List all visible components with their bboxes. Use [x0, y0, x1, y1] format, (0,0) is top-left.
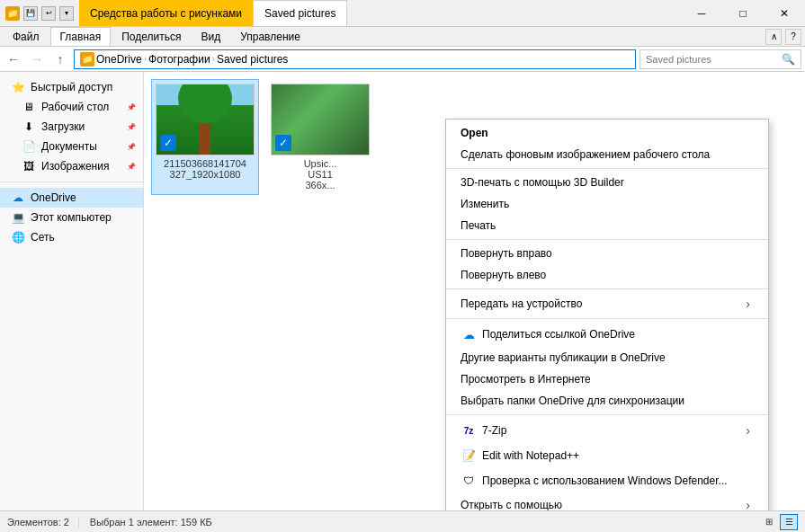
cm-item-defender[interactable]: 🛡 Проверка с использованием Windows Defe…: [446, 468, 768, 493]
cm-item-7zip[interactable]: 7z 7-Zip: [446, 418, 768, 443]
cm-item-edit[interactable]: Изменить: [446, 193, 768, 215]
folder-icon: 📁: [5, 6, 20, 21]
cm-sep-2: [446, 239, 768, 240]
ribbon-help-btn[interactable]: ?: [785, 29, 801, 45]
sidebar-label-thispc: Этот компьютер: [31, 211, 112, 224]
sidebar-item-documents[interactable]: 📄 Документы 📌: [0, 137, 143, 156]
cm-sep-1: [446, 168, 768, 169]
cm-label-rotate-right: Повернуть вправо: [461, 247, 552, 260]
back-button[interactable]: ←: [4, 49, 23, 69]
up-button[interactable]: ↑: [50, 49, 70, 69]
cm-item-rotate-right[interactable]: Повернуть вправо: [446, 243, 768, 264]
tab-window-name[interactable]: Saved pictures: [253, 0, 347, 26]
ribbon-tab-view[interactable]: Вид: [192, 27, 229, 46]
cm-item-open[interactable]: Open: [446, 122, 768, 144]
file-item-1[interactable]: ✓ 211503668141704327_1920x1080: [151, 79, 259, 195]
cm-item-set-wallpaper[interactable]: Сделать фоновым изображением рабочего ст…: [446, 144, 768, 165]
cm-item-select-folders[interactable]: Выбрать папки OneDrive для синхронизации: [446, 390, 768, 412]
cm-item-notepad[interactable]: 📝 Edit with Notepad++: [446, 443, 768, 468]
sidebar-item-downloads[interactable]: ⬇ Загрузки 📌: [0, 117, 143, 137]
cm-item-open-with-content: Открыть с помощью: [461, 499, 746, 510]
cm-label-edit: Изменить: [461, 198, 509, 210]
file-thumb-1: ✓: [156, 84, 255, 155]
cm-label-3dprint: 3D-печать с помощью 3D Builder: [461, 176, 624, 189]
file-name-2: Upsic...US11366x...: [304, 158, 337, 191]
ribbon-tab-share[interactable]: Поделиться: [112, 27, 190, 46]
thispc-icon: 💻: [11, 210, 25, 225]
forward-button[interactable]: →: [27, 49, 47, 69]
file-check-1: ✓: [160, 135, 176, 151]
window-controls: ─ □ ✕: [681, 0, 805, 26]
file-item-2[interactable]: ✓ Upsic...US11366x...: [266, 79, 374, 195]
file-thumb-2: ✓: [271, 84, 370, 155]
sidebar-item-onedrive[interactable]: ☁ OneDrive: [0, 188, 143, 208]
sidebar-item-desktop[interactable]: 🖥 Рабочий стол 📌: [0, 97, 143, 117]
address-bar: ← → ↑ 📁 OneDrive › Фотографии › Saved pi…: [0, 47, 805, 72]
title-tabs: Средства работы с рисунками Saved pictur…: [79, 0, 681, 26]
quick-undo-btn[interactable]: ↩: [41, 6, 56, 21]
cm-item-share-onedrive[interactable]: ☁ Поделиться ссылкой OneDrive: [446, 322, 768, 347]
content-area: ✓ 211503668141704327_1920x1080 ✓ Upsic..…: [144, 72, 805, 510]
cm-item-edit-content: Изменить: [461, 198, 750, 210]
cm-item-view-online-content: Просмотреть в Интернете: [461, 373, 750, 386]
cm-label-cast: Передать на устройство: [461, 297, 582, 310]
close-button[interactable]: ✕: [764, 0, 805, 26]
sidebar-item-network[interactable]: 🌐 Сеть: [0, 227, 143, 247]
pin-icon-downloads: 📌: [127, 123, 136, 131]
ribbon-tab-home[interactable]: Главная: [50, 27, 112, 46]
cm-item-print-content: Печать: [461, 219, 750, 232]
quick-save-btn[interactable]: 💾: [23, 6, 38, 21]
cm-item-rotate-left[interactable]: Повернуть влево: [446, 264, 768, 286]
cm-item-rotate-right-content: Повернуть вправо: [461, 247, 750, 260]
status-selected-info: Выбран 1 элемент: 159 КБ: [90, 517, 212, 528]
status-items-count: Элементов: 2: [7, 517, 69, 528]
ribbon-chevron-btn[interactable]: ∧: [765, 29, 782, 45]
search-box[interactable]: 🔍: [640, 49, 801, 69]
tab-tools[interactable]: Средства работы с рисунками: [79, 0, 253, 26]
cm-item-print[interactable]: Печать: [446, 215, 768, 236]
sidebar-label-quickaccess: Быстрый доступ: [31, 81, 112, 93]
sidebar-section-locations: ☁ OneDrive 💻 Этот компьютер 🌐 Сеть: [0, 186, 143, 249]
minimize-button[interactable]: ─: [681, 0, 722, 26]
maximize-button[interactable]: □: [722, 0, 764, 26]
sidebar-item-quickaccess[interactable]: ⭐ Быстрый доступ: [0, 77, 143, 97]
cm-label-print: Печать: [461, 219, 496, 232]
documents-icon: 📄: [22, 139, 36, 154]
ribbon-tab-manage[interactable]: Управление: [231, 27, 309, 46]
breadcrumb[interactable]: 📁 OneDrive › Фотографии › Saved pictures: [74, 49, 636, 69]
cm-item-other-publish[interactable]: Другие варианты публикации в OneDrive: [446, 347, 768, 368]
sidebar-item-thispc[interactable]: 💻 Этот компьютер: [0, 208, 143, 227]
search-icon: 🔍: [782, 53, 795, 66]
ribbon-tab-file[interactable]: Файл: [4, 27, 49, 46]
download-icon: ⬇: [22, 120, 36, 134]
cm-label-defender: Проверка с использованием Windows Defend…: [482, 474, 728, 487]
sidebar-item-images[interactable]: 🖼 Изображения 📌: [0, 156, 143, 176]
search-input[interactable]: [646, 54, 778, 65]
view-grid-btn[interactable]: ⊞: [760, 514, 778, 530]
cm-item-open-with[interactable]: Открыть с помощью: [446, 493, 768, 510]
7zip-icon: 7z: [461, 422, 477, 439]
title-bar: 📁 💾 ↩ ▾ Средства работы с рисунками Save…: [0, 0, 805, 27]
cm-label-rotate-left: Повернуть влево: [461, 269, 546, 281]
defender-icon: 🛡: [461, 473, 477, 489]
pin-icon-images: 📌: [127, 163, 136, 171]
network-icon: 🌐: [11, 230, 25, 244]
cm-label-open: Open: [461, 127, 488, 139]
quick-dropdown-btn[interactable]: ▾: [59, 6, 74, 21]
pin-icon-desktop: 📌: [127, 103, 136, 111]
cm-item-cast[interactable]: Передать на устройство: [446, 292, 768, 315]
main-layout: ⭐ Быстрый доступ 🖥 Рабочий стол 📌 ⬇ Загр…: [0, 72, 805, 510]
cm-item-rotate-left-content: Повернуть влево: [461, 269, 750, 281]
view-list-btn[interactable]: ☰: [780, 514, 798, 530]
onedrive-share-icon: ☁: [461, 326, 477, 342]
breadcrumb-photos[interactable]: Фотографии: [148, 53, 210, 66]
cm-item-view-online[interactable]: Просмотреть в Интернете: [446, 368, 768, 390]
sidebar-label-desktop: Рабочий стол: [41, 101, 109, 113]
cm-item-defender-content: 🛡 Проверка с использованием Windows Defe…: [461, 473, 750, 489]
cm-item-notepad-content: 📝 Edit with Notepad++: [461, 448, 750, 464]
breadcrumb-onedrive[interactable]: OneDrive: [96, 53, 142, 66]
cm-sep-3: [446, 288, 768, 289]
cm-sep-5: [446, 414, 768, 415]
breadcrumb-current[interactable]: Saved pictures: [217, 53, 288, 66]
cm-item-3dprint[interactable]: 3D-печать с помощью 3D Builder: [446, 172, 768, 193]
